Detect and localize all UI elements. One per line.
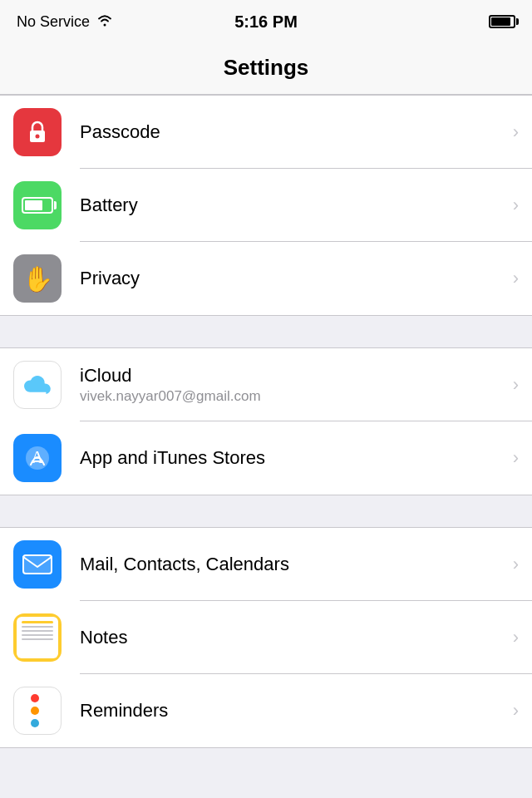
- appstore-content: App and iTunes Stores: [80, 447, 506, 469]
- battery-label: Battery: [80, 195, 506, 216]
- appstore-icon: A: [13, 434, 62, 482]
- passcode-icon: [13, 108, 62, 156]
- battery-indicator: [489, 15, 515, 28]
- svg-rect-5: [23, 555, 52, 574]
- section-apps: Mail, Contacts, Calendars › Notes ›: [0, 527, 532, 748]
- carrier-text: No Service: [17, 13, 90, 31]
- battery-content: Battery: [80, 195, 506, 216]
- reminders-label: Reminders: [80, 700, 506, 722]
- icloud-label: iCloud: [80, 365, 506, 387]
- page-title: Settings: [224, 55, 309, 80]
- page-title-bar: Settings: [0, 43, 532, 95]
- notes-label: Notes: [80, 627, 506, 648]
- svg-point-1: [36, 135, 40, 139]
- mail-icon: [13, 540, 62, 589]
- icloud-icon: [13, 361, 62, 409]
- row-appstore[interactable]: A App and iTunes Stores ›: [0, 421, 532, 495]
- reminders-icon: [13, 687, 62, 735]
- notes-chevron: ›: [513, 627, 519, 648]
- privacy-icon: ✋: [13, 254, 62, 303]
- hand-icon: ✋: [22, 264, 53, 293]
- privacy-content: Privacy: [80, 268, 506, 289]
- battery-chevron: ›: [513, 195, 519, 216]
- row-notes[interactable]: Notes ›: [0, 601, 532, 674]
- row-mail[interactable]: Mail, Contacts, Calendars ›: [0, 528, 532, 601]
- icloud-email: vivek.nayyar007@gmail.com: [80, 388, 506, 405]
- section-cloud: iCloud vivek.nayyar007@gmail.com › A App…: [0, 347, 532, 495]
- row-privacy[interactable]: ✋ Privacy ›: [0, 242, 532, 315]
- section-gap-2: [0, 495, 532, 527]
- passcode-label: Passcode: [80, 121, 506, 143]
- privacy-chevron: ›: [513, 268, 519, 289]
- reminders-visual: [24, 689, 51, 732]
- reminders-content: Reminders: [80, 700, 506, 722]
- notes-icon: [13, 613, 62, 662]
- row-battery[interactable]: Battery ›: [0, 169, 532, 242]
- passcode-content: Passcode: [80, 121, 506, 143]
- mail-label: Mail, Contacts, Calendars: [80, 554, 506, 575]
- carrier-wifi: No Service: [17, 13, 113, 31]
- mail-content: Mail, Contacts, Calendars: [80, 554, 506, 575]
- reminders-chevron: ›: [513, 700, 519, 722]
- status-bar: No Service 5:16 PM: [0, 0, 532, 43]
- appstore-label: App and iTunes Stores: [80, 447, 506, 469]
- battery-row-visual: [22, 197, 53, 214]
- status-time: 5:16 PM: [234, 12, 298, 32]
- wifi-icon: [96, 13, 113, 30]
- row-reminders[interactable]: Reminders ›: [0, 674, 532, 747]
- privacy-label: Privacy: [80, 268, 506, 289]
- battery-icon-row: [13, 181, 62, 229]
- appstore-chevron: ›: [513, 447, 519, 469]
- passcode-chevron: ›: [513, 121, 519, 143]
- mail-chevron: ›: [513, 554, 519, 575]
- notes-content: Notes: [80, 627, 506, 648]
- row-passcode[interactable]: Passcode ›: [0, 96, 532, 169]
- icloud-chevron: ›: [513, 374, 519, 396]
- icloud-content: iCloud vivek.nayyar007@gmail.com: [80, 365, 506, 405]
- section-gap-1: [0, 316, 532, 347]
- battery-status-icon: [489, 15, 515, 28]
- row-icloud[interactable]: iCloud vivek.nayyar007@gmail.com ›: [0, 348, 532, 421]
- section-security: Passcode › Battery › ✋ Privacy ›: [0, 95, 532, 316]
